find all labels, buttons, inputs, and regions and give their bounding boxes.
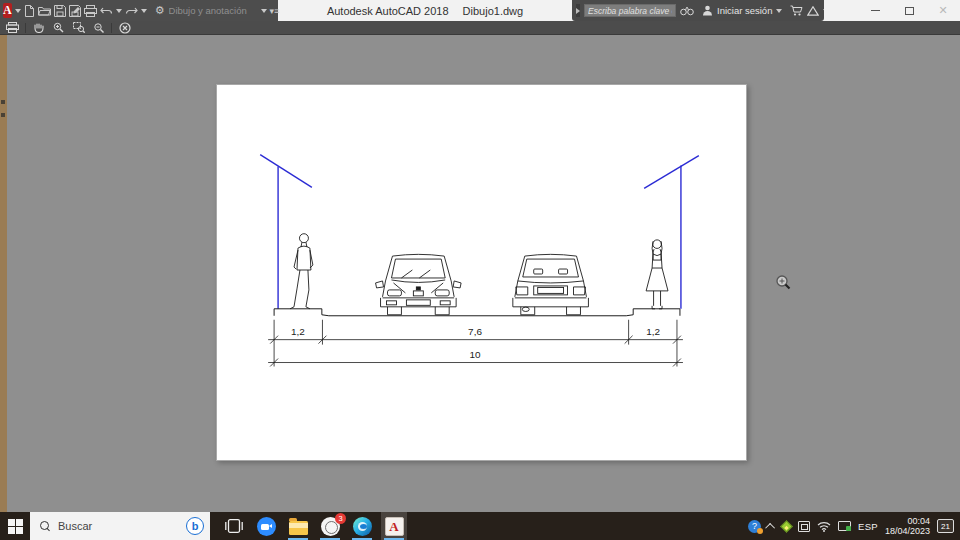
desktop-edge-strip (0, 35, 7, 512)
search-icon (40, 521, 50, 531)
close-preview-icon[interactable] (117, 20, 132, 35)
search-binoculars-icon[interactable] (680, 5, 694, 16)
pan-hand-icon[interactable] (31, 20, 46, 35)
plot-icon[interactable] (84, 3, 97, 18)
taskbar: Buscar b 3 A ? ESP 00:04 18/04/2023 21 (0, 512, 960, 540)
desktop-icon-fragment (1, 100, 5, 104)
save-as-icon[interactable] (69, 3, 81, 18)
plot-preview-canvas[interactable]: 1,2 7,6 1,2 10 (0, 35, 960, 512)
infocenter-collapse-icon[interactable] (576, 4, 580, 17)
zoom-previous-icon[interactable] (91, 20, 106, 35)
car-rear-view (513, 254, 589, 314)
zoom-app-icon (257, 517, 276, 536)
taskbar-search-placeholder: Buscar (58, 520, 92, 532)
dim-roadway: 7,6 (468, 326, 482, 337)
taskbar-app-edge[interactable] (349, 512, 375, 540)
divider (111, 23, 112, 33)
app-store-cart-icon[interactable] (790, 5, 803, 16)
autocad-taskbar-icon: A (385, 517, 404, 536)
language-indicator[interactable]: ESP (858, 521, 878, 532)
maximize-icon (905, 7, 914, 15)
dim-right-sidewalk: 1,2 (646, 326, 660, 337)
workspace-label: Dibujo y anotación (169, 5, 257, 16)
taskbar-app-messaging[interactable]: 3 (317, 512, 343, 540)
ground-profile (274, 309, 680, 316)
app-title: Autodesk AutoCAD 2018 (327, 5, 449, 17)
save-icon[interactable] (54, 3, 66, 18)
minimize-button[interactable] (858, 0, 892, 21)
tray-wifi-icon[interactable] (817, 521, 831, 532)
pedestrian-man (290, 234, 313, 309)
plot-preview-toolbar (0, 21, 960, 35)
divider (25, 23, 26, 33)
tray-app-window-icon[interactable] (798, 521, 810, 532)
pedestrian-woman (646, 240, 668, 309)
workspace-caret-icon (261, 9, 267, 13)
taskbar-app-autocad[interactable]: A (381, 512, 407, 540)
sign-in-caret-icon[interactable] (776, 9, 782, 13)
zoom-realtime-icon[interactable] (51, 20, 66, 35)
tray-display-icon[interactable] (838, 521, 851, 531)
file-explorer-icon (289, 521, 308, 535)
plot-button[interactable] (5, 20, 20, 35)
car-front-view (376, 254, 462, 314)
new-file-icon[interactable] (24, 3, 35, 18)
tray-antivirus-icon[interactable] (780, 520, 793, 533)
windows-logo-icon (8, 519, 23, 534)
edge-icon (353, 517, 372, 536)
street-lamp-right (644, 156, 699, 309)
infocenter: Iniciar sesión ? (572, 0, 824, 21)
notification-center-button[interactable]: 21 (937, 519, 954, 533)
redo-caret-icon[interactable] (141, 9, 147, 13)
start-button[interactable] (0, 512, 30, 540)
tray-chevron-up-icon[interactable] (765, 522, 775, 532)
clock-time: 00:04 (885, 516, 930, 526)
undo-caret-icon[interactable] (116, 9, 122, 13)
zoom-window-icon[interactable] (71, 20, 86, 35)
maximize-button[interactable] (892, 0, 926, 21)
workspace-switcher[interactable]: ⚙ Dibujo y anotación (155, 4, 267, 17)
redo-icon[interactable] (125, 3, 138, 18)
dim-total: 10 (470, 349, 482, 360)
open-folder-icon[interactable] (38, 3, 51, 18)
messaging-badge: 3 (335, 513, 346, 524)
app-menu-caret-icon[interactable] (15, 9, 21, 13)
tray-help-icon[interactable]: ? (748, 520, 761, 533)
undo-icon[interactable] (100, 3, 113, 18)
titlebar: A ⚙ Dibujo y anotación ▾≡ (0, 0, 960, 21)
clock[interactable]: 00:04 18/04/2023 (885, 516, 930, 536)
minimize-icon (871, 10, 880, 11)
taskbar-app-zoom[interactable] (253, 512, 279, 540)
window-controls: ✕ (824, 0, 960, 21)
infocenter-search-input[interactable] (584, 4, 676, 17)
quick-access-toolbar: A ⚙ Dibujo y anotación ▾≡ (0, 0, 278, 21)
dim-left-sidewalk: 1,2 (291, 326, 305, 337)
taskbar-search[interactable]: Buscar b (30, 512, 210, 540)
window-title: Autodesk AutoCAD 2018 Dibujo1.dwg (278, 0, 572, 21)
a360-icon[interactable] (807, 6, 819, 16)
clock-date: 18/04/2023 (885, 526, 930, 536)
task-view-button[interactable] (221, 512, 247, 540)
system-tray: ? ESP 00:04 18/04/2023 21 (748, 516, 960, 536)
desktop-icon-fragment (1, 113, 5, 117)
close-icon: ✕ (938, 5, 947, 16)
bing-chat-icon[interactable]: b (186, 517, 204, 535)
task-view-icon (225, 519, 243, 533)
close-button[interactable]: ✕ (926, 0, 960, 21)
sign-in-button[interactable]: Iniciar sesión (717, 5, 772, 16)
document-title: Dibujo1.dwg (463, 5, 524, 17)
plot-preview-sheet: 1,2 7,6 1,2 10 (216, 84, 747, 461)
autocad-logo-icon[interactable]: A (3, 3, 12, 18)
street-lamp-left (260, 155, 312, 309)
workspace-gear-icon: ⚙ (155, 4, 165, 17)
user-icon (702, 5, 713, 16)
taskbar-app-file-explorer[interactable] (285, 512, 311, 540)
street-cross-section-drawing: 1,2 7,6 1,2 10 (217, 85, 746, 460)
zoom-realtime-cursor (775, 274, 793, 296)
